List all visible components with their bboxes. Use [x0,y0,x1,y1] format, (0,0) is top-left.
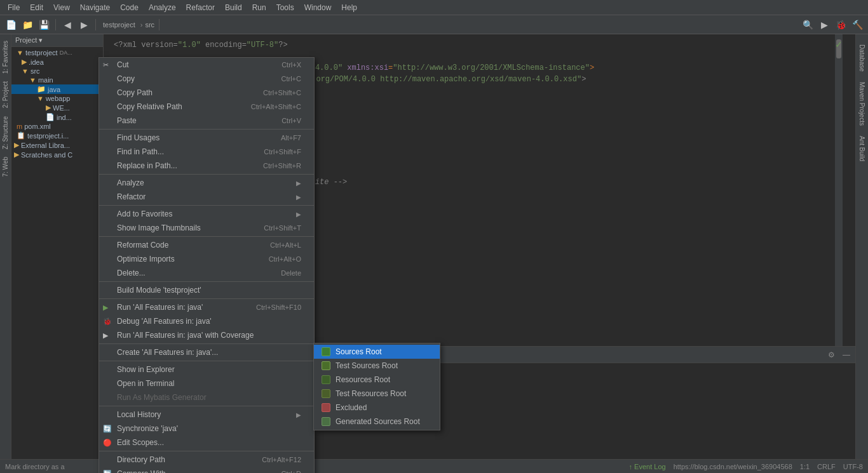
ctx-build-label: Build Module 'testproject' [117,286,201,295]
right-tab-ant[interactable]: Ant Build [857,131,867,166]
ctx-replace-shortcut: Ctrl+Shift+R [263,162,301,170]
ctx-optimize[interactable]: Optimize Imports Ctrl+Alt+O [99,252,314,266]
submenu-sources-root[interactable]: Sources Root [314,345,440,359]
save-icon[interactable]: 💾 [37,18,51,32]
ctx-synchronize[interactable]: 🔄 Synchronize 'java' [99,422,314,436]
editor-scrollbar[interactable]: ✓ [835,34,843,346]
tree-item-webapp[interactable]: ▼ webapp [11,94,103,103]
ctx-show-explorer[interactable]: Show in Explorer [99,363,314,376]
ctx-sep-3 [99,205,314,206]
test-resources-label: Test Resources Root [336,389,406,398]
tree-item-java[interactable]: 📁 java [11,84,103,94]
ctx-reformat[interactable]: Reformat Code Ctrl+Alt+L [99,238,314,252]
debug-icon[interactable]: 🐞 [834,18,848,32]
event-log[interactable]: ↑ Event Log [629,463,666,470]
build-icon[interactable]: 🔨 [850,18,864,32]
menu-build[interactable]: Build [220,2,247,13]
ctx-run-coverage[interactable]: ▶ Run 'All Features in: java' with Cover… [99,328,314,342]
left-tab-web[interactable]: 7: Web [1,153,10,181]
settings-icon[interactable]: ⚙ [825,349,837,361]
submenu-gen-sources[interactable]: Generated Sources Root [314,415,440,429]
tree-item-testproject-iml[interactable]: 📋 testproject.i... [11,131,103,140]
open-folder-icon[interactable]: 📁 [20,18,34,32]
tree-item-extlib-label: External Libra... [21,142,70,149]
ctx-create-all[interactable]: Create 'All Features in: java'... [99,345,314,359]
line-col: 1:1 [800,463,810,470]
left-tab-structure[interactable]: Z: Structure [1,112,10,153]
ctx-paste[interactable]: Paste Ctrl+V [99,114,314,128]
left-tab-2-project[interactable]: 2: Project [1,77,10,112]
menu-run[interactable]: Run [247,2,271,13]
ctx-copy-relative-path[interactable]: Copy Relative Path Ctrl+Alt+Shift+C [99,100,314,114]
menu-edit[interactable]: Edit [25,2,48,13]
submenu-test-sources[interactable]: Test Sources Root [314,359,440,373]
search-icon[interactable]: 🔍 [801,18,815,32]
menu-file[interactable]: File [3,2,25,13]
ctx-edit-scopes[interactable]: 🔴 Edit Scopes... [99,436,314,450]
ctx-local-history[interactable]: Local History ▶ [99,408,314,422]
menu-tools[interactable]: Tools [271,2,299,13]
tree-item-src[interactable]: ▼ src [11,67,103,76]
ctx-compare-label: Compare With... [117,469,172,473]
menu-view[interactable]: View [48,2,75,13]
ctx-delete[interactable]: Delete... Delete [99,266,314,280]
tree-item-main[interactable]: ▼ main [11,76,103,84]
menu-analyze[interactable]: Analyze [144,2,181,13]
ctx-replace-in-path[interactable]: Replace in Path... Ctrl+Shift+R [99,159,314,173]
line-ending[interactable]: CRLF [817,463,836,470]
url-link[interactable]: https://blog.csdn.net/weixin_36904568 [674,463,792,470]
menu-help[interactable]: Help [336,2,362,13]
submenu-excluded[interactable]: Excluded [314,401,440,415]
ctx-copy-path[interactable]: Copy Path Ctrl+Shift+C [99,86,314,100]
submenu-test-resources[interactable]: Test Resources Root [314,387,440,401]
compare-icon: 🔄 [103,470,112,474]
ctx-find-in-path[interactable]: Find in Path... Ctrl+Shift+F [99,145,314,159]
menu-navigate[interactable]: Navigate [75,2,115,13]
menu-code[interactable]: Code [115,2,144,13]
ctx-show-image[interactable]: Show Image Thumbnails Ctrl+Shift+T [99,221,314,235]
ctx-debug-all[interactable]: 🐞 Debug 'All Features in: java' [99,314,314,328]
context-menu: ✂ Cut Ctrl+X Copy Ctrl+C Copy Path Ctrl+… [98,57,315,473]
ctx-copy-rel-shortcut: Ctrl+Alt+Shift+C [251,103,301,110]
ctx-refactor[interactable]: Refactor ▶ [99,190,314,204]
new-file-icon[interactable]: 📄 [4,18,18,32]
project-label[interactable]: testproject [100,21,138,29]
submenu-resources[interactable]: Resources Root [314,373,440,387]
menu-window[interactable]: Window [299,2,337,13]
tree-item-ext-lib[interactable]: ▶ External Libra... [11,140,103,150]
ctx-image-shortcut: Ctrl+Shift+T [264,224,301,232]
menu-refactor[interactable]: Refactor [181,2,220,13]
status-right: ↑ Event Log https://blog.csdn.net/weixin… [629,463,863,470]
ctx-image-label: Show Image Thumbnails [117,223,201,232]
ctx-compare-with[interactable]: 🔄 Compare With... Ctrl+D [99,467,314,473]
ctx-run-all[interactable]: ▶ Run 'All Features in: java' Ctrl+Shift… [99,300,314,314]
minimize-icon[interactable]: — [840,349,853,361]
left-tab-1-favorites[interactable]: 1: Favorites [1,37,10,77]
ctx-cut-shortcut: Ctrl+X [281,61,301,69]
encoding[interactable]: UTF-8 [843,463,863,470]
ctx-directory-path[interactable]: Directory Path Ctrl+Alt+F12 [99,453,314,467]
ctx-build-module[interactable]: Build Module 'testproject' [99,283,314,297]
tree-item-idea-label: .idea [29,58,44,66]
tree-item-we[interactable]: ▶ WE... [11,103,103,112]
tree-item-ind[interactable]: 📄 ind... [11,112,103,122]
ctx-find-usages[interactable]: Find Usages Alt+F7 [99,131,314,145]
run-icon[interactable]: ▶ [817,18,831,32]
ctx-open-terminal[interactable]: Open in Terminal [99,376,314,390]
tree-item-suffix: DA... [60,50,72,56]
ctx-copy[interactable]: Copy Ctrl+C [99,72,314,86]
forward-icon[interactable]: ▶ [77,18,91,32]
ctx-copy-label: Copy [117,74,135,83]
ctx-analyze[interactable]: Analyze ▶ [99,176,314,190]
right-tab-database[interactable]: Database [857,39,867,77]
back-icon[interactable]: ◀ [60,18,74,32]
ctx-cut[interactable]: ✂ Cut Ctrl+X [99,58,314,72]
right-tab-maven[interactable]: Maven Projects [857,77,867,131]
breadcrumb-src[interactable]: src [145,21,154,29]
tree-item-idea[interactable]: ▶ .idea [11,57,103,67]
tree-item-scratches[interactable]: ▶ Scratches and C [11,150,103,159]
tree-item-testproject[interactable]: ▼ testproject DA... [11,48,103,57]
ctx-add-favorites[interactable]: Add to Favorites ▶ [99,207,314,221]
ctx-mybatis[interactable]: Run As Mybatis Generator [99,390,314,404]
tree-item-pomxml[interactable]: m pom.xml [11,122,103,131]
